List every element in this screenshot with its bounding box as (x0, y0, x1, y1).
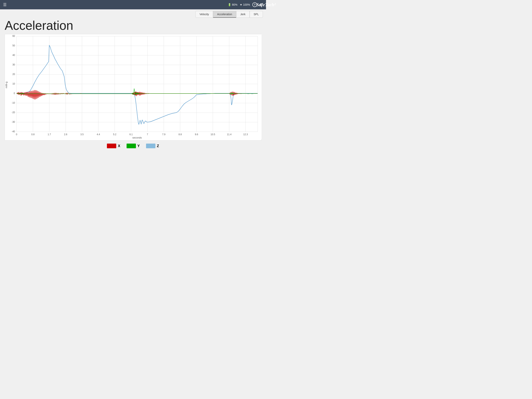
svg-text:11.4: 11.4 (227, 133, 232, 136)
svg-text:20: 20 (13, 73, 15, 76)
svg-text:30: 30 (13, 63, 15, 66)
svg-text:5.2: 5.2 (113, 133, 116, 136)
svg-text:-40: -40 (12, 130, 15, 133)
svg-text:milli-g: milli-g (5, 82, 8, 88)
svg-text:0: 0 (16, 133, 17, 136)
header-left: ☰ (3, 2, 7, 7)
legend-label-z: Z (157, 144, 159, 148)
svg-text:seconds: seconds (133, 136, 142, 139)
svg-text:10: 10 (13, 82, 15, 85)
svg-text:60: 60 (13, 35, 15, 37)
svg-text:-30: -30 (12, 121, 15, 123)
svg-text:9.6: 9.6 (195, 133, 198, 136)
svg-text:6.1: 6.1 (129, 133, 133, 136)
svg-text:7: 7 (147, 133, 148, 136)
hamburger-menu-icon[interactable]: ☰ (3, 2, 7, 7)
bluetooth-indicator: ✦ 100% (240, 3, 250, 7)
legend-label-y: Y (138, 144, 140, 148)
page-title: Acceleration (0, 18, 266, 32)
legend-color-x (107, 144, 116, 148)
legend-color-z (146, 144, 155, 148)
svg-text:0: 0 (14, 92, 15, 95)
legend-color-y (127, 144, 136, 148)
svg-text:12.3: 12.3 (243, 133, 248, 136)
battery-level: 80% (232, 3, 237, 6)
legend-item-z: Z (146, 144, 159, 148)
svg-text:-10: -10 (12, 102, 15, 104)
tab-jerk[interactable]: Jerk (236, 11, 249, 18)
app-title: SafeTach² (256, 2, 266, 7)
svg-text:1.7: 1.7 (48, 133, 51, 136)
legend-item-x: X (107, 144, 120, 148)
svg-text:0.8: 0.8 (31, 133, 35, 136)
battery-icon: 🔋 (228, 3, 231, 6)
tab-spl[interactable]: SPL (250, 11, 263, 18)
bluetooth-level: 100% (243, 3, 250, 6)
legend-label-x: X (118, 144, 120, 148)
header: ☰ SafeTach² 🔋 80% ✦ 100% ? ⚙ (0, 0, 266, 9)
chart-legend: X Y Z (0, 141, 266, 151)
svg-text:8.8: 8.8 (178, 133, 182, 136)
acceleration-chart: 60 50 40 30 20 10 0 -10 -20 -30 -40 mill… (5, 34, 261, 140)
svg-text:-20: -20 (12, 111, 15, 114)
svg-text:40: 40 (13, 54, 15, 57)
tab-acceleration[interactable]: Acceleration (213, 11, 236, 18)
svg-text:50: 50 (13, 44, 15, 47)
bluetooth-icon: ✦ (240, 3, 242, 7)
svg-text:10.5: 10.5 (210, 133, 215, 136)
svg-text:3.5: 3.5 (80, 133, 84, 136)
svg-text:7.9: 7.9 (162, 133, 165, 136)
legend-item-y: Y (127, 144, 140, 148)
svg-text:2.6: 2.6 (64, 133, 67, 136)
tab-velocity[interactable]: Velocity (196, 11, 213, 18)
svg-text:4.4: 4.4 (97, 133, 100, 136)
battery-indicator: 🔋 80% (228, 3, 237, 6)
chart-area: 60 50 40 30 20 10 0 -10 -20 -30 -40 mill… (5, 34, 261, 141)
svg-rect-0 (5, 34, 261, 140)
tabs-row: Velocity Acceleration Jerk SPL (0, 9, 266, 18)
